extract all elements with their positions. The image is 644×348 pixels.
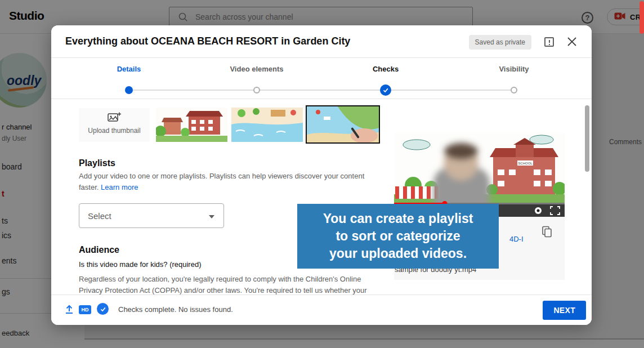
checks-status-text: Checks complete. No issues found.	[118, 305, 233, 314]
checks-complete-icon	[97, 303, 109, 315]
playlists-heading: Playlists	[79, 158, 115, 168]
browser-scrollbar-thumb[interactable]	[639, 1, 644, 34]
tooltip-line: You can create a playlist	[297, 210, 499, 227]
image-plus-icon	[79, 112, 150, 126]
school-sign-text: SCHOOL	[518, 162, 533, 165]
feedback-exclamation-bar	[549, 40, 550, 43]
step-dot-details-active[interactable]	[125, 86, 133, 94]
saved-status-badge: Saved as private	[469, 35, 531, 50]
select-placeholder: Select	[88, 211, 111, 221]
dialog-header: Everything about OCEANA BEACH RESORT in …	[51, 25, 592, 58]
made-for-kids-question: Is this video made for kids? (required)	[79, 260, 201, 269]
hd-status-icon: HD	[79, 305, 91, 314]
thumbnail-option-2[interactable]	[231, 108, 303, 142]
dialog-stepper: Details Video elements Checks Visibility	[51, 58, 592, 99]
step-dot-video-elements[interactable]	[253, 87, 260, 93]
tutorial-tooltip: You can create a playlist to sort or cat…	[297, 204, 499, 269]
learn-more-link[interactable]: Learn more	[101, 183, 138, 191]
thumbnail-option-1[interactable]	[156, 108, 227, 142]
chevron-down-icon	[209, 215, 214, 218]
stepper-connector	[129, 90, 514, 91]
feedback-icon[interactable]	[544, 37, 554, 47]
audience-heading: Audience	[79, 245, 119, 255]
video-details-dialog: Everything about OCEANA BEACH RESORT in …	[51, 25, 592, 325]
upload-thumbnail-label: Upload thumbnail	[79, 127, 150, 135]
thumbnail-option-3-selected[interactable]	[306, 105, 380, 144]
tab-video-elements[interactable]: Video elements	[217, 65, 296, 73]
upload-thumbnail-button[interactable]: Upload thumbnail	[79, 108, 150, 142]
upload-status-icon	[64, 304, 75, 317]
step-dot-checks-complete[interactable]	[380, 84, 391, 96]
playlists-select-dropdown[interactable]: Select	[79, 203, 224, 228]
video-link[interactable]: 4D-I	[509, 235, 524, 243]
audience-description: Regardless of your location, you're lega…	[79, 274, 373, 296]
step-dot-visibility[interactable]	[511, 87, 517, 93]
tooltip-line: your uploaded videos.	[297, 245, 499, 262]
dialog-title: Everything about OCEANA BEACH RESORT in …	[65, 35, 350, 47]
screen: Studio Search across your channel ? CREA…	[0, 0, 644, 348]
playlists-description: Add your video to one or more playlists.…	[79, 171, 369, 193]
next-button[interactable]: NEXT	[543, 301, 586, 320]
tooltip-line: to sort or categorize	[297, 227, 499, 245]
dialog-scrollbar-thumb[interactable]	[585, 105, 589, 172]
feedback-exclamation-dot	[549, 44, 550, 45]
dialog-footer: HD Checks complete. No issues found. NEX…	[51, 295, 592, 325]
close-icon[interactable]	[566, 36, 578, 47]
tab-visibility[interactable]: Visibility	[475, 65, 553, 73]
gear-icon	[535, 207, 542, 214]
tab-checks[interactable]: Checks	[346, 65, 425, 73]
copy-link-icon[interactable]	[542, 226, 552, 240]
tab-details[interactable]: Details	[90, 65, 168, 73]
